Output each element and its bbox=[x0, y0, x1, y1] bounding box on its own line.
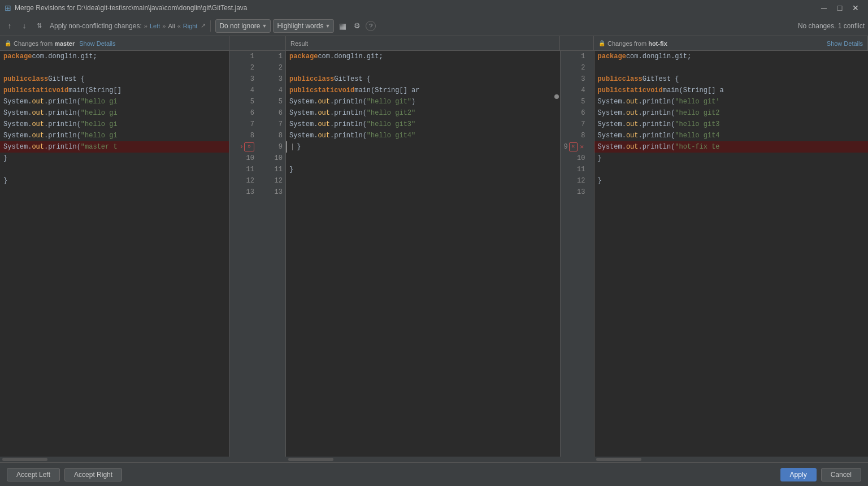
list-item: 13 bbox=[258, 186, 286, 198]
toolbar: ↑ ↓ ⇅ Apply non-conflicting changes: » L… bbox=[0, 16, 868, 36]
right-gutter-wrap: 1 2 3 4 5 6 7 8 9 « ✕ 10 11 12 13 bbox=[561, 51, 594, 457]
panels-body: package com.donglin.git; public class Gi… bbox=[0, 51, 868, 457]
up-arrow-button[interactable]: ↑ bbox=[3, 20, 16, 32]
list-item: 8 bbox=[229, 130, 258, 141]
list-item: } bbox=[594, 153, 869, 164]
no-changes-text: No changes. 1 conflict bbox=[798, 22, 865, 30]
right-show-details[interactable]: Show Details bbox=[827, 40, 863, 47]
center-gutter: 1 2 3 4 5 6 7 8 › » 10 11 12 13 1 2 3 4 … bbox=[229, 51, 286, 457]
list-item: } bbox=[0, 153, 229, 164]
list-item: public class GitTest { bbox=[594, 73, 869, 85]
left-scroll-track bbox=[0, 457, 229, 462]
nav-group: » Left » All « Right ↗ bbox=[144, 22, 206, 29]
result-code-panel[interactable]: package com.donglin.git; public class Gi… bbox=[286, 51, 561, 457]
list-item: 1 bbox=[561, 51, 589, 62]
list-item: 11 bbox=[258, 164, 286, 175]
list-item: } bbox=[286, 164, 560, 175]
list-item bbox=[286, 186, 560, 198]
list-item: 11 bbox=[561, 164, 589, 175]
left-line-numbers: 1 2 3 4 5 6 7 8 › » 10 11 12 13 bbox=[229, 51, 258, 457]
list-item: System.out.println("hello git3" bbox=[286, 119, 560, 130]
list-item: › » bbox=[229, 141, 258, 153]
title-bar-controls: ─ □ ✕ bbox=[816, 0, 863, 16]
help-icon-btn[interactable]: ? bbox=[366, 21, 376, 31]
right-nav-btn[interactable]: Right bbox=[183, 23, 198, 29]
list-item: System.out.println("hello git3 bbox=[594, 119, 869, 130]
apply-button[interactable]: Apply bbox=[780, 468, 817, 481]
left-code-panel[interactable]: package com.donglin.git; public class Gi… bbox=[0, 51, 229, 457]
left-lock-icon: 🔒 bbox=[5, 40, 11, 46]
list-item bbox=[0, 62, 229, 73]
toolbar-right: No changes. 1 conflict bbox=[798, 22, 865, 30]
sync-button[interactable]: ⇅ bbox=[33, 20, 45, 32]
settings-icon-btn[interactable]: ⚙ bbox=[351, 20, 363, 32]
result-label: Result bbox=[290, 40, 308, 47]
maximize-button[interactable]: □ bbox=[832, 0, 848, 16]
cancel-button[interactable]: Cancel bbox=[821, 468, 861, 481]
list-item: 4 bbox=[561, 85, 589, 96]
list-item: System.out.println("hello git2 bbox=[594, 107, 869, 119]
down-arrow-button[interactable]: ↓ bbox=[18, 20, 31, 32]
list-item: public class GitTest { bbox=[286, 73, 560, 85]
list-item bbox=[286, 175, 560, 186]
left-show-details[interactable]: Show Details bbox=[79, 40, 115, 47]
highlight-words-dropdown[interactable]: Highlight words ▼ bbox=[273, 19, 334, 33]
all-nav-btn[interactable]: All bbox=[168, 23, 175, 29]
do-not-ignore-label: Do not ignore bbox=[219, 22, 260, 30]
list-item: 2 bbox=[229, 62, 258, 73]
left-nav-btn[interactable]: Left bbox=[150, 23, 160, 29]
list-item: | } bbox=[286, 141, 560, 153]
list-item bbox=[286, 153, 560, 164]
list-item bbox=[0, 186, 229, 198]
list-item: System.out.println("hot-fix te bbox=[594, 141, 869, 153]
accept-left-button[interactable]: Accept Left bbox=[7, 468, 60, 481]
list-item: 10 bbox=[229, 153, 258, 164]
list-item: 1 bbox=[258, 51, 286, 62]
list-item: 13 bbox=[229, 186, 258, 198]
accept-right-arrow-btn[interactable]: « bbox=[569, 142, 578, 151]
right-code-panel[interactable]: package com.donglin.git; public class Gi… bbox=[594, 51, 869, 457]
list-item: System.out.println("hello git4 bbox=[594, 130, 869, 141]
right-gutter-header bbox=[560, 36, 594, 50]
left-scrollbar-thumb[interactable] bbox=[2, 458, 47, 461]
close-button[interactable]: ✕ bbox=[848, 0, 863, 16]
do-not-ignore-dropdown[interactable]: Do not ignore ▼ bbox=[215, 19, 271, 33]
accept-left-arrow-btn[interactable]: » bbox=[244, 142, 254, 151]
right-branch-name: hot-fix bbox=[648, 40, 667, 47]
conflict-indicator-left[interactable]: › bbox=[240, 141, 244, 153]
list-item: 8 bbox=[258, 130, 286, 141]
list-item: 7 bbox=[258, 119, 286, 130]
title-bar: ⊞ Merge Revisions for D:\idea\git-test\s… bbox=[0, 0, 868, 16]
left-branch-name: master bbox=[54, 40, 75, 47]
reject-right-btn[interactable]: ✕ bbox=[579, 142, 585, 151]
list-item: 2 bbox=[561, 62, 589, 73]
list-item: 4 bbox=[258, 85, 286, 96]
list-item: 1 bbox=[229, 51, 258, 62]
right-lock-icon: 🔒 bbox=[598, 40, 605, 46]
list-item: public static void main(String[] ar bbox=[286, 85, 560, 96]
list-item: package com.donglin.git; bbox=[0, 51, 229, 62]
dropdown-arrow-1: ▼ bbox=[262, 23, 267, 29]
right-scrollbar-thumb[interactable] bbox=[596, 458, 641, 461]
list-item: System.out.println("hello git' bbox=[594, 96, 869, 107]
list-item: 13 bbox=[561, 186, 589, 198]
table-icon-btn[interactable]: ▦ bbox=[336, 20, 349, 32]
scrollbar-dot bbox=[554, 94, 559, 99]
minimize-button[interactable]: ─ bbox=[816, 0, 832, 16]
result-scroll-track bbox=[286, 457, 560, 462]
list-item: 5 bbox=[258, 96, 286, 107]
list-item: 7 bbox=[561, 119, 589, 130]
list-item: 3 bbox=[258, 73, 286, 85]
list-item: } bbox=[0, 175, 229, 186]
list-item: System.out.println("hello git4" bbox=[286, 130, 560, 141]
accept-right-button[interactable]: Accept Right bbox=[64, 468, 122, 481]
list-item: System.out.println("hello gi bbox=[0, 107, 229, 119]
list-item: public class GitTest { bbox=[0, 73, 229, 85]
result-scrollbar-thumb[interactable] bbox=[288, 458, 333, 461]
right-panel-header: 🔒 Changes from hot-fix Show Details bbox=[594, 36, 868, 50]
center-gutter-scroll bbox=[229, 457, 286, 462]
list-item: 9 bbox=[258, 141, 286, 153]
list-item: 2 bbox=[258, 62, 286, 73]
app-icon: ⊞ bbox=[5, 3, 11, 12]
list-item: System.out.println("hello gi bbox=[0, 119, 229, 130]
